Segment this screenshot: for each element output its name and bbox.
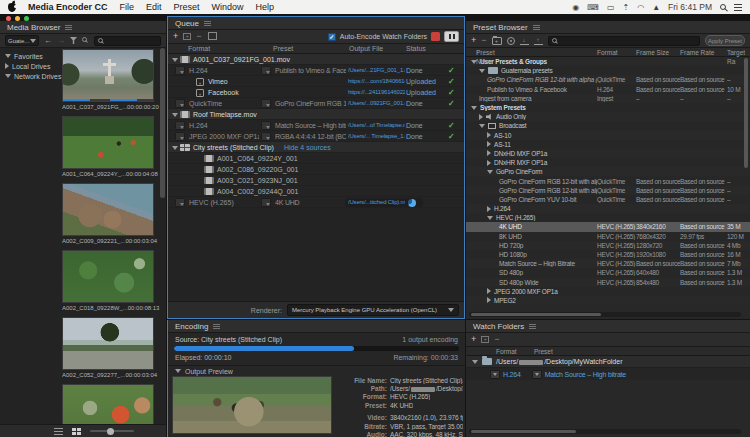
keyboard-icon[interactable]: ⌨ (587, 3, 599, 12)
column-frame-rate[interactable]: Frame Rate (680, 48, 714, 57)
preset-row[interactable]: Publish to Vimeo & FacebookH.264Based on… (466, 85, 750, 94)
screen-recording-icon[interactable]: ◉ (572, 3, 579, 12)
queue-output-row[interactable]: QuickTime GoPro CineForm RGB 12... /User… (168, 98, 464, 109)
zoom-button[interactable] (24, 16, 29, 21)
menu-bar-clock[interactable]: Fri 6:41 PM (668, 2, 712, 12)
location-dropdown[interactable]: Guate... (5, 35, 39, 46)
thumbnail-view-icon[interactable] (72, 428, 81, 435)
preset-row-selected[interactable]: 4K UHDHEVC (H.265)3840x2160Based on sour… (466, 222, 750, 231)
preset-group-row[interactable]: DNxHR MXF OP1a (466, 158, 750, 167)
queue-subsource-row[interactable]: A001_C064_09224Y_001 (168, 153, 464, 164)
format-dropdown[interactable] (175, 66, 185, 75)
queue-publish-row[interactable]: ↑ Vimeo https://....com/184066142 Upload… (168, 76, 464, 87)
output-file-link[interactable]: /Users/... Timelapse_1.mxf (348, 131, 405, 142)
collapse-icon[interactable] (172, 113, 178, 117)
column-format[interactable]: Format (597, 48, 618, 57)
clip-thumbnail[interactable]: A002_C018_09228W_...00:00:08:13 (62, 250, 154, 312)
preset-group-row[interactable]: AS-10 (466, 131, 750, 140)
queue-output-row[interactable]: JPEG 2000 MXF OP1a RGBA 4:4:4:4 12-bit (… (168, 131, 464, 142)
expander-icon[interactable] (479, 124, 485, 128)
upload-url-link[interactable]: https://...24119614602283 (348, 87, 405, 98)
panel-menu-icon[interactable] (204, 21, 211, 26)
preset-group-row[interactable]: JPEG 2000 MXF OP1a (466, 287, 750, 296)
output-file-link[interactable]: /Users/...of Timelapse.mp4 (348, 120, 405, 131)
collapse-icon[interactable] (172, 146, 178, 150)
tab-watch-folders[interactable]: Watch Folders (473, 322, 524, 331)
eject-icon[interactable]: ▲ (652, 3, 660, 12)
preset-row[interactable]: SD 480p WideHEVC (H.265)854x480Based on … (466, 278, 750, 287)
queue-publish-row[interactable]: ↑ Facebook https://...24119614602283 Upl… (168, 87, 464, 98)
preset-row[interactable]: Ingest from cameraIngest––– (466, 94, 750, 103)
preset-row[interactable]: GoPro CineForm RGB 12-bit with alpha...Q… (466, 186, 750, 195)
column-status[interactable]: Status (406, 44, 426, 54)
renderer-select[interactable]: Mercury Playback Engine GPU Acceleration… (287, 304, 459, 316)
filter-icon[interactable] (70, 37, 77, 44)
watch-folder-output-row[interactable]: H.264 Match Source – High bitrate (466, 368, 750, 380)
wifi-icon[interactable]: ◠ (637, 3, 644, 12)
auto-encode-checkbox[interactable]: ✓ (328, 33, 336, 41)
media-search-input[interactable] (94, 36, 161, 46)
create-preset-button[interactable]: + (471, 36, 476, 45)
format-dropdown[interactable] (175, 121, 185, 130)
preset-row[interactable]: HD 1080pHEVC (H.265)1920x1080Based on so… (466, 250, 750, 259)
expander-icon[interactable] (479, 114, 483, 120)
preset-group-row[interactable]: Audio Only (466, 112, 750, 121)
queue-output-row[interactable]: H.264 Publish to Vimeo & Face... /Users/… (168, 65, 464, 76)
pause-queue-button[interactable] (444, 31, 459, 42)
expander-icon[interactable] (487, 141, 491, 147)
media-scrollbar[interactable] (160, 48, 165, 424)
back-button[interactable]: ← (44, 36, 52, 45)
queue-source-row[interactable]: Roof Timelapse.mov (168, 109, 464, 120)
forward-button[interactable]: → (57, 36, 65, 45)
tree-item-local-drives[interactable]: Local Drives (0, 61, 61, 71)
preset-group-row[interactable]: System Presets (466, 103, 750, 112)
remove-button[interactable]: − (196, 32, 201, 41)
tab-media-browser[interactable]: Media Browser (7, 23, 60, 32)
horizontal-scrollbar[interactable] (469, 312, 741, 317)
expander-icon[interactable] (5, 54, 11, 58)
panel-menu-icon[interactable] (213, 324, 220, 329)
column-output-file[interactable]: Output File (349, 44, 383, 54)
queue-subsource-row[interactable]: A002_C086_09220G_001 (168, 164, 464, 175)
expander-icon[interactable] (487, 132, 491, 138)
expander-icon[interactable] (487, 288, 491, 294)
menu-edit[interactable]: Edit (146, 2, 162, 12)
preset-group-row[interactable]: H.264 (466, 204, 750, 213)
expander-icon[interactable] (487, 160, 491, 166)
output-file-link[interactable]: /Users/...21FG_001_1.mp4 (348, 65, 405, 76)
collapse-icon[interactable] (175, 369, 181, 373)
menu-help[interactable]: Help (256, 2, 275, 12)
thumbnail-size-slider[interactable] (90, 430, 134, 432)
collapse-icon[interactable] (172, 58, 178, 62)
format-dropdown[interactable] (175, 99, 185, 108)
column-frame-size[interactable]: Frame Size (636, 48, 669, 57)
queue-source-row[interactable]: A001_C037_0921FG_001.mov (168, 54, 464, 65)
queue-subsource-row[interactable]: A003_C021_0923NJ_001 (168, 175, 464, 186)
preset-row[interactable]: GoPro CineForm RGB 12-bit with alpha (Al… (466, 75, 750, 84)
preset-group-row[interactable]: Broadcast (466, 121, 750, 130)
clip-thumbnail[interactable]: A001_C064_09224Y_...00:00:04:08 (62, 116, 154, 178)
expander-icon[interactable] (479, 69, 485, 73)
spotlight-icon[interactable] (720, 4, 726, 10)
queue-output-row[interactable]: H.264 Match Source – High bitr... /Users… (168, 120, 464, 131)
add-watch-folder-button[interactable]: + (471, 335, 476, 344)
expander-icon[interactable] (487, 170, 493, 174)
preset-group-row[interactable]: MPEG2 (466, 296, 750, 305)
clip-thumbnail[interactable]: A002_C052_092277_...00:00:03:04 (62, 317, 154, 379)
collapse-icon[interactable] (472, 360, 478, 364)
list-view-icon[interactable] (54, 428, 63, 435)
minimize-button[interactable] (15, 16, 20, 21)
format-dropdown[interactable] (175, 198, 185, 207)
column-preset[interactable]: Preset (273, 44, 293, 54)
preset-group-row[interactable]: GoPro CineForm (466, 167, 750, 176)
tab-preset-browser[interactable]: Preset Browser (473, 23, 528, 32)
hide-sources-link[interactable]: Hide 4 sources (284, 142, 331, 153)
tree-item-network-drives[interactable]: Network Drives (0, 71, 61, 81)
preset-settings-icon[interactable] (507, 37, 515, 45)
new-preset-group-icon[interactable]: + (492, 37, 502, 45)
watch-folder-row[interactable]: /Users//Desktop/MyWatchFolder (466, 356, 750, 368)
add-source-button[interactable]: + (173, 32, 178, 41)
menu-window[interactable]: Window (212, 2, 244, 12)
horizontal-scrollbar[interactable] (469, 429, 741, 434)
stop-queue-button[interactable] (431, 32, 440, 41)
